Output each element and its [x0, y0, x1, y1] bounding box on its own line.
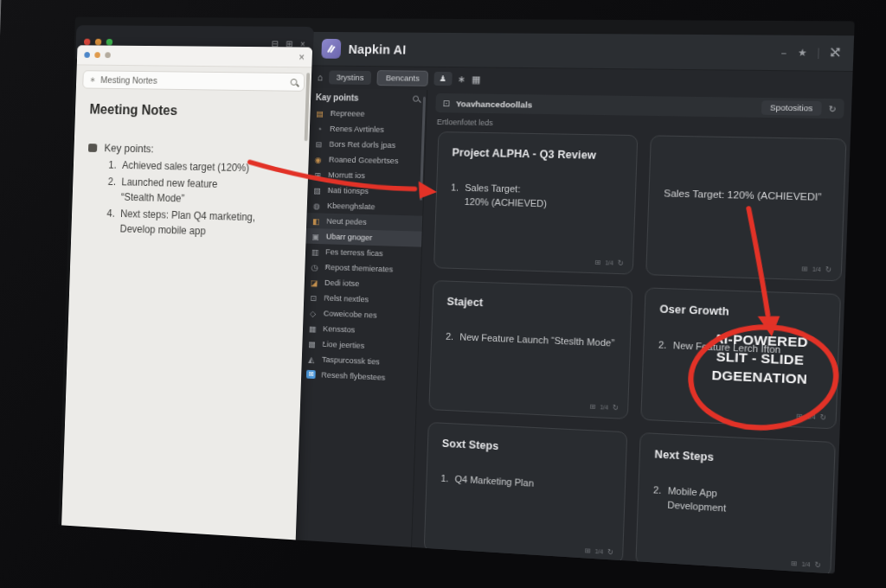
- cycle-icon[interactable]: ↻: [607, 548, 613, 557]
- sidebar-item-label: Renes Avrtinles: [330, 125, 384, 134]
- list-number: 2.: [446, 330, 454, 344]
- list-number: 4.: [106, 206, 115, 236]
- orange-traffic-light[interactable]: [94, 52, 100, 58]
- blue-traffic-light[interactable]: [84, 52, 90, 58]
- card-footer: ⊞ 1/4 ↻: [791, 559, 821, 570]
- list-number: 2.: [658, 338, 667, 353]
- page-count: 1/4: [600, 404, 608, 411]
- slide-card-2[interactable]: Sales Target: 120% (ACHIEVEDI” ⊞ 1/4 ↻: [645, 135, 846, 281]
- notes-window: × ∗ Mesting Nortes Meeting Notes Key poi…: [61, 45, 312, 550]
- cycle-icon[interactable]: ↻: [618, 259, 624, 267]
- main-content: ⊡ Yoavhancedoollals Spotositios ↻ Ertloe…: [412, 90, 852, 574]
- napkin-app-window: Napkin AI − ★ ⌂ 3rystins Bencants ♟: [293, 32, 854, 574]
- photo-scene: Napkin AI − ★ ⌂ 3rystins Bencants ♟: [0, 0, 886, 588]
- list-item: 2. Launched new feature“Stealth Mode”: [107, 174, 293, 208]
- notes-title: Meeting Notes: [89, 102, 295, 120]
- toolbar-button[interactable]: Bencants: [377, 70, 428, 86]
- sidebar-item-label: Resesh flybestees: [321, 371, 385, 382]
- ai-powered-callout: AI-POWERED SLIT - SLIDE DGEENATION: [683, 329, 839, 390]
- home-icon[interactable]: ⌂: [318, 73, 324, 82]
- card-title: Oser Growth: [659, 303, 825, 321]
- card-title: Project ALPHA - Q3 Review: [452, 146, 622, 162]
- slide-card-5[interactable]: Soxt Steps 1. Q4 Marketing Plan ⊞ 1/4 ↻: [424, 422, 628, 564]
- document-title: Yoavhancedoollals: [456, 99, 533, 109]
- app-title: Napkin AI: [348, 42, 406, 56]
- slide-card-6[interactable]: Next Steps 2. Mobile AppDevelopment ⊞ 1/…: [635, 432, 836, 574]
- user-icon: ▣: [311, 231, 320, 240]
- sidebar-item-label: Taspurcossk ties: [322, 355, 380, 367]
- refresh-icon[interactable]: ↻: [829, 104, 837, 114]
- gray-traffic-light[interactable]: [105, 52, 111, 58]
- cycle-icon[interactable]: ↻: [820, 413, 827, 422]
- sidebar-item-label: Ubarr gnoger: [326, 232, 373, 241]
- sidebar-search-icon[interactable]: [413, 96, 419, 102]
- list-icon: ▥: [311, 246, 320, 256]
- search-icon[interactable]: [291, 79, 298, 86]
- key-points-label: Key points:: [104, 143, 154, 156]
- building-icon[interactable]: ▦: [472, 74, 481, 84]
- history-icon: ◷: [310, 262, 319, 272]
- assistant-icon[interactable]: ♟: [433, 72, 452, 86]
- minimize-traffic-light[interactable]: [95, 39, 102, 46]
- sidebar-item-label: Relst nextles: [324, 294, 369, 304]
- flag-icon: ◭: [306, 355, 316, 364]
- grid-icon: ⊞: [313, 169, 323, 179]
- document-icon: ⊡: [442, 99, 450, 108]
- sidebar: Kay points ▤Repreeee ◔Renes Avrtinles ⊟B…: [293, 88, 427, 547]
- cycle-icon[interactable]: ↻: [814, 561, 821, 570]
- page-count: 1/4: [807, 413, 816, 420]
- list-item: 4. Next steps: Plan Q4 marketing,Develop…: [106, 206, 292, 241]
- clock-icon: ◔: [315, 124, 324, 133]
- globe-icon: ◍: [311, 201, 321, 210]
- notes-body: Meeting Notes Key points: 1. Achieved sa…: [71, 88, 311, 255]
- card-title: Soxt Steps: [442, 438, 613, 458]
- slide-card-4[interactable]: Oser Growth 2. New Feature Lerch Ifton A…: [640, 287, 841, 429]
- card-title: Staject: [446, 296, 617, 314]
- header-divider: [818, 48, 819, 59]
- close-icon[interactable]: ×: [299, 52, 305, 62]
- slide-card-1[interactable]: Project ALPHA - Q3 Review 1. Sales Targe…: [433, 131, 638, 275]
- minimize-icon[interactable]: −: [780, 48, 786, 59]
- card-footer: ⊞ 1/4 ↻: [796, 412, 826, 422]
- fullscreen-icon[interactable]: [830, 48, 840, 60]
- toolbar-tab[interactable]: 3rystins: [329, 71, 372, 85]
- lock-icon: ⊟: [314, 139, 324, 149]
- zoom-traffic-light[interactable]: [106, 39, 113, 46]
- presentation-icon: ⊠: [306, 370, 316, 379]
- list-text: Launched new feature“Stealth Mode”: [121, 175, 218, 208]
- sidebar-header-label: Kay points: [316, 93, 359, 103]
- report-icon: ▩: [307, 339, 317, 348]
- sidebar-item-label: Kensstos: [323, 324, 355, 334]
- sidebar-item-label: Roaned Gceebrtses: [329, 156, 399, 166]
- close-traffic-light[interactable]: [84, 39, 91, 46]
- monitor-bezel: Napkin AI − ★ ⌂ 3rystins Bencants ♟: [0, 0, 886, 588]
- list-text: Next steps: Plan Q4 marketing,Develop mo…: [119, 206, 255, 240]
- connection-button[interactable]: Spotositios: [761, 100, 821, 115]
- card-icon: ◉: [313, 155, 323, 164]
- list-item: 1. Achieved sales target (120%): [108, 157, 293, 176]
- grid-icon[interactable]: ⊞: [585, 546, 591, 555]
- sidebar-item[interactable]: ▤Repreeee: [307, 105, 426, 123]
- cycle-icon[interactable]: ↻: [613, 404, 619, 412]
- card-footer: ⊞ 1/4 ↻: [589, 403, 619, 412]
- grid-icon[interactable]: ⊞: [791, 559, 798, 568]
- star-icon[interactable]: ★: [798, 47, 807, 59]
- sparkle-icon[interactable]: ∗: [458, 74, 466, 84]
- sidebar-item-label: Neut pedes: [326, 217, 367, 227]
- cycle-icon[interactable]: ↻: [825, 265, 832, 274]
- notes-list: 1. Achieved sales target (120%) 2. Launc…: [106, 157, 294, 241]
- note-icon: ◪: [309, 278, 318, 287]
- slide-card-3[interactable]: Staject 2. New Feature Launch “Steslth M…: [428, 280, 632, 419]
- panel-icon: ⊡: [309, 293, 318, 303]
- slide-grid: Project ALPHA - Q3 Review 1. Sales Targe…: [423, 131, 844, 573]
- list-number: 2.: [107, 174, 116, 204]
- grid-icon[interactable]: ⊞: [589, 403, 595, 411]
- doc-icon: ▤: [315, 108, 324, 118]
- grid-icon[interactable]: ⊞: [594, 259, 600, 266]
- grid-icon[interactable]: ⊞: [796, 412, 803, 421]
- page-count: 1/4: [605, 259, 613, 265]
- card-title: Next Steps: [654, 448, 819, 469]
- sidebar-item-label: Morrutt ios: [328, 170, 365, 180]
- grid-icon[interactable]: ⊞: [801, 265, 808, 273]
- document-subtitle: Ertloenfotet leds: [437, 118, 493, 127]
